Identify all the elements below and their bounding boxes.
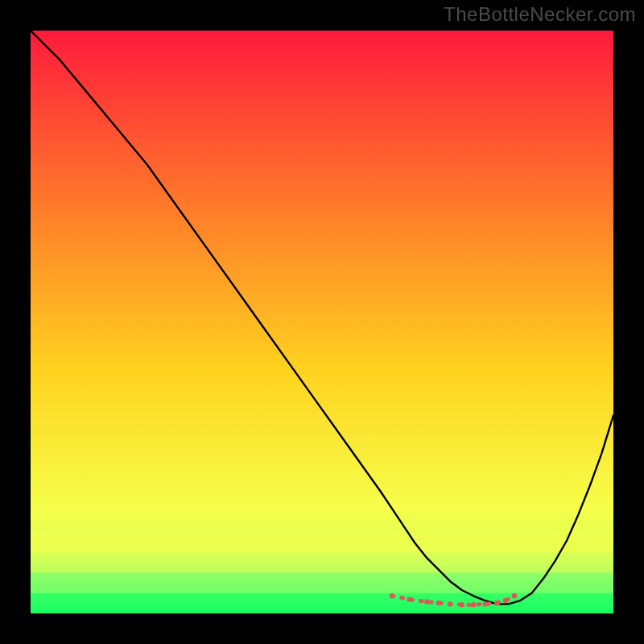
sweet-spot-dot (483, 601, 488, 606)
palette-band (31, 552, 613, 573)
palette-band (31, 532, 613, 553)
chart-svg (31, 31, 613, 613)
sweet-spot-dot (407, 597, 411, 601)
sweet-spot-dot (448, 601, 452, 606)
sweet-spot-dot (494, 601, 499, 605)
gradient-background (31, 31, 613, 613)
sweet-spot-dot (436, 601, 441, 605)
chart-frame: TheBottleNecker.com (0, 0, 644, 644)
sweet-spot-dot (460, 602, 464, 607)
plot-area (31, 31, 613, 613)
watermark-text: TheBottleNecker.com (444, 3, 636, 26)
sweet-spot-dot (471, 602, 476, 607)
palette-band (31, 572, 613, 593)
sweet-spot-dot (503, 598, 508, 603)
sweet-spot-dot (390, 593, 394, 598)
sweet-spot-dot (512, 593, 517, 598)
palette-bands (31, 532, 613, 613)
sweet-spot-dot (424, 599, 429, 604)
